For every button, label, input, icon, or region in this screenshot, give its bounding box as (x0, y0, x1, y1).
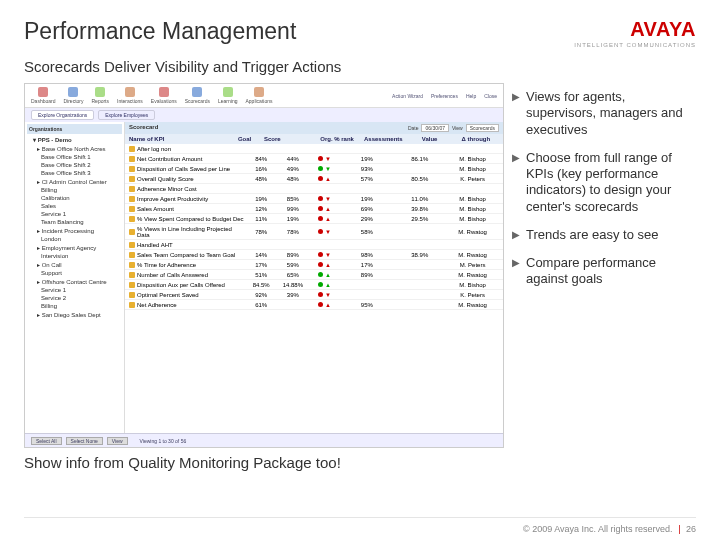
kpi-icon (129, 176, 135, 182)
tree-header: Organizations (27, 124, 122, 134)
tree-item[interactable]: Base Office Shift 1 (27, 153, 122, 161)
view-label: View (452, 125, 463, 131)
toolbar-item[interactable]: Interactions (117, 87, 143, 104)
date-field[interactable]: 06/30/07 (421, 124, 448, 132)
table-row[interactable]: Optimal Percent Saved92%39% ▼K. Peters (125, 290, 503, 300)
tree-root[interactable]: ▾ PPS - Demo (27, 135, 122, 144)
bullet-list: ▶Views for agents, supervisors, managers… (512, 83, 696, 448)
tree-item[interactable]: ▸ CI Admin Control Center (27, 177, 122, 186)
toolbar-item[interactable]: Applications (245, 87, 272, 104)
bullet-marker-icon: ▶ (512, 257, 520, 288)
tree-item[interactable]: Service 2 (27, 294, 122, 302)
tree-item[interactable]: Calibration (27, 194, 122, 202)
footer-button[interactable]: Select None (66, 437, 103, 445)
slide-footer: © 2009 Avaya Inc. All rights reserved. |… (523, 524, 696, 534)
date-label: Date (408, 125, 419, 131)
bullet-item: ▶Views for agents, supervisors, managers… (512, 89, 696, 138)
toolbar-link[interactable]: Help (466, 93, 476, 99)
table-row[interactable]: After log non (125, 144, 503, 154)
column-header[interactable]: Δ through (453, 136, 499, 142)
panel-title: Scorecard (129, 124, 158, 132)
table-row[interactable]: % View Spent Compared to Budget Dec11%19… (125, 214, 503, 224)
toolbar-link[interactable]: Close (484, 93, 497, 99)
view-select[interactable]: Scorecards (466, 124, 499, 132)
column-header[interactable]: Org. % rank (314, 136, 360, 142)
toolbar-item[interactable]: Evaluations (151, 87, 177, 104)
tree-item[interactable]: ▸ On Call (27, 260, 122, 269)
toolbar-icon (125, 87, 135, 97)
kpi-icon (129, 262, 135, 268)
kpi-icon (129, 242, 135, 248)
toolbar-item[interactable]: Scorecards (185, 87, 210, 104)
bullet-marker-icon: ▶ (512, 152, 520, 215)
table-row[interactable]: Improve Agent Productivity19%85% ▼19%11.… (125, 194, 503, 204)
table-row[interactable]: Net Contribution Amount84%44% ▼19%86.1%M… (125, 154, 503, 164)
kpi-icon (129, 146, 135, 152)
bullet-item: ▶Compare performance against goals (512, 255, 696, 288)
bullet-item: ▶Trends are easy to see (512, 227, 696, 243)
tree-item[interactable]: Team Balancing (27, 218, 122, 226)
tree-item[interactable]: ▸ San Diego Sales Dept (27, 310, 122, 319)
table-row[interactable]: Number of Calls Answered51%65% ▲89%M. Rw… (125, 270, 503, 280)
table-row[interactable]: Net Adherence61% ▲95%M. Rwatog (125, 300, 503, 310)
tree-item[interactable]: Support (27, 269, 122, 277)
tree-item[interactable]: Service 1 (27, 210, 122, 218)
table-row[interactable]: % Views in Line Including Projected Data… (125, 224, 503, 240)
kpi-icon (129, 186, 135, 192)
tree-item[interactable]: ▸ Offshore Contact Centre (27, 277, 122, 286)
toolbar-item[interactable]: Reports (91, 87, 109, 104)
kpi-icon (129, 156, 135, 162)
kpi-icon (129, 166, 135, 172)
bullet-item: ▶Choose from full range of KPIs (key per… (512, 150, 696, 215)
table-row[interactable]: Disposition Aux per Calls Offered84.5%14… (125, 280, 503, 290)
tree-item[interactable]: Intervision (27, 252, 122, 260)
tree-item[interactable]: Base Office Shift 3 (27, 169, 122, 177)
tree-item[interactable]: ▸ Employment Agency (27, 243, 122, 252)
footer-divider (24, 517, 696, 518)
tab[interactable]: Explore Organizations (31, 110, 94, 120)
column-header[interactable]: Goal (231, 136, 259, 142)
tree-item[interactable]: London (27, 235, 122, 243)
column-header[interactable]: Name of KPI (129, 136, 231, 142)
table-row[interactable]: Overall Quality Score48%48% ▲57%80.5%K. … (125, 174, 503, 184)
tab[interactable]: Explore Employees (98, 110, 155, 120)
toolbar-item[interactable]: Dashboard (31, 87, 55, 104)
table-row[interactable]: Sales Amount12%99% ▲69%39.8%M. Bishop (125, 204, 503, 214)
kpi-icon (129, 272, 135, 278)
tree-item[interactable]: ▸ Incident Processing (27, 226, 122, 235)
column-header[interactable]: Score (259, 136, 287, 142)
toolbar-icon (223, 87, 233, 97)
table-row[interactable]: % Time for Adherence17%59% ▲17%M. Peters (125, 260, 503, 270)
column-header[interactable]: Value (407, 136, 453, 142)
table-row[interactable]: Disposition of Calls Saved per Line16%49… (125, 164, 503, 174)
toolbar-icon (95, 87, 105, 97)
footer-button[interactable]: View (107, 437, 128, 445)
logo-text: AVAYA (574, 18, 696, 41)
kpi-icon (129, 206, 135, 212)
toolbar-icon (159, 87, 169, 97)
table-row[interactable]: Handled AHT (125, 240, 503, 250)
logo-tagline: INTELLIGENT COMMUNICATIONS (574, 42, 696, 48)
table-row[interactable]: Adherence Minor Cost (125, 184, 503, 194)
tree-item[interactable]: Sales (27, 202, 122, 210)
toolbar-icon (38, 87, 48, 97)
app-statusbar: Select AllSelect NoneViewViewing 1 to 30… (25, 433, 503, 447)
tree-item[interactable]: Billing (27, 186, 122, 194)
paging-text: Viewing 1 to 30 of 56 (140, 438, 187, 444)
tree-item[interactable]: ▸ Base Office North Acres (27, 144, 122, 153)
toolbar-item[interactable]: Learning (218, 87, 237, 104)
kpi-icon (129, 282, 135, 288)
toolbar-link[interactable]: Action Wizard (392, 93, 423, 99)
toolbar-link[interactable]: Preferences (431, 93, 458, 99)
column-header[interactable]: Assessments (360, 136, 406, 142)
tree-item[interactable]: Service 1 (27, 286, 122, 294)
page-number: 26 (686, 524, 696, 534)
footer-button[interactable]: Select All (31, 437, 62, 445)
app-toolbar: DashboardDirectoryReportsInteractionsEva… (25, 84, 503, 108)
tree-item[interactable]: Billing (27, 302, 122, 310)
table-row[interactable]: Sales Team Compared to Team Goal14%89% ▼… (125, 250, 503, 260)
kpi-icon (129, 252, 135, 258)
column-header[interactable] (286, 136, 314, 142)
tree-item[interactable]: Base Office Shift 2 (27, 161, 122, 169)
toolbar-item[interactable]: Directory (63, 87, 83, 104)
